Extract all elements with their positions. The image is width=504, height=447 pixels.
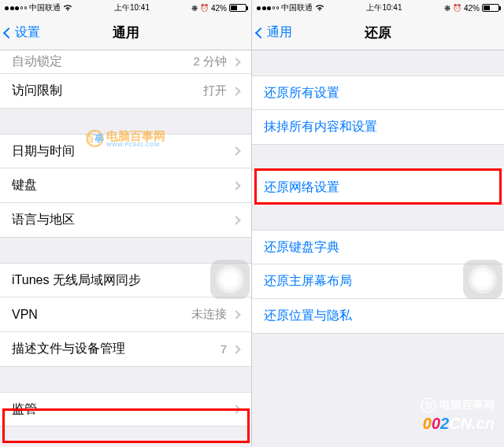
- alarm-icon: ⏰: [453, 4, 461, 12]
- chevron-left-icon: [255, 27, 266, 38]
- nav-bar: 设置 通用: [0, 16, 251, 50]
- page-title: 通用: [113, 24, 139, 42]
- chevron-left-icon: [3, 27, 14, 38]
- row-reset-keyboard-dict[interactable]: 还原键盘字典: [252, 230, 504, 264]
- brand-url: 002CN.cn: [423, 415, 495, 433]
- signal-icon: [257, 6, 279, 10]
- battery-icon: [229, 4, 246, 12]
- back-label: 设置: [15, 24, 40, 41]
- nav-bar: 通用 还原: [252, 16, 504, 50]
- row-erase-all[interactable]: 抹掉所有内容和设置: [252, 110, 504, 145]
- row-date-time[interactable]: 日期与时间: [0, 134, 251, 168]
- brand-logo-icon: 百: [421, 397, 436, 413]
- row-vpn[interactable]: VPN 未连接: [0, 297, 251, 332]
- row-reset-location-privacy[interactable]: 还原位置与隐私: [252, 299, 504, 334]
- row-language-region[interactable]: 语言与地区: [0, 203, 251, 238]
- battery-pct: 42%: [464, 4, 480, 13]
- back-label: 通用: [267, 24, 292, 41]
- screen-reset: 中国联通 上午10:41 ❋ ⏰ 42% 通用 还原: [252, 0, 504, 447]
- status-bar: 中国联通 上午10:41 ❋ ⏰ 42%: [252, 0, 504, 16]
- wifi-icon: [315, 4, 324, 13]
- chevron-right-icon: [232, 181, 240, 190]
- chevron-right-icon: [232, 146, 240, 155]
- row-keyboard[interactable]: 键盘: [0, 168, 251, 203]
- signal-icon: [5, 6, 27, 10]
- row-reset-network[interactable]: 还原网络设置: [252, 170, 504, 205]
- chevron-right-icon: [232, 405, 240, 413]
- chevron-right-icon: [232, 345, 240, 353]
- assistive-touch[interactable]: [463, 260, 502, 299]
- carrier-label: 中国联通: [29, 2, 61, 13]
- battery-pct: 42%: [211, 4, 227, 13]
- status-bar: 中国联通 上午10:41 ❋ ⏰ 42%: [0, 0, 251, 16]
- chevron-right-icon: [232, 310, 240, 319]
- battery-icon: [482, 4, 499, 12]
- row-supervision[interactable]: 监管: [0, 392, 251, 427]
- chevron-right-icon: [232, 87, 240, 95]
- row-auto-lock[interactable]: 自动锁定 2 分钟: [0, 50, 251, 74]
- corner-brand: 百 电脑百事网 002CN.cn: [421, 397, 495, 433]
- back-button[interactable]: 通用: [257, 24, 292, 41]
- wifi-icon: [63, 4, 72, 13]
- carrier-label: 中国联通: [281, 2, 313, 13]
- time-label: 上午10:41: [114, 2, 150, 13]
- loading-icon: ❋: [444, 4, 450, 13]
- page-title: 还原: [365, 24, 391, 42]
- time-label: 上午10:41: [366, 2, 402, 13]
- assistive-touch[interactable]: [210, 260, 250, 299]
- settings-list: 自动锁定 2 分钟 访问限制 打开 日期与时间 键盘: [0, 50, 251, 447]
- chevron-right-icon: [232, 57, 240, 66]
- row-restrictions[interactable]: 访问限制 打开: [0, 74, 251, 109]
- row-profiles[interactable]: 描述文件与设备管理 7: [0, 332, 251, 367]
- row-reset-all-settings[interactable]: 还原所有设置: [252, 76, 504, 110]
- loading-icon: ❋: [191, 4, 198, 13]
- alarm-icon: ⏰: [200, 4, 209, 12]
- screen-general-settings: 中国联通 上午10:41 ❋ ⏰ 42% 设置 通用: [0, 0, 252, 447]
- back-button[interactable]: 设置: [5, 24, 40, 41]
- chevron-right-icon: [232, 216, 240, 224]
